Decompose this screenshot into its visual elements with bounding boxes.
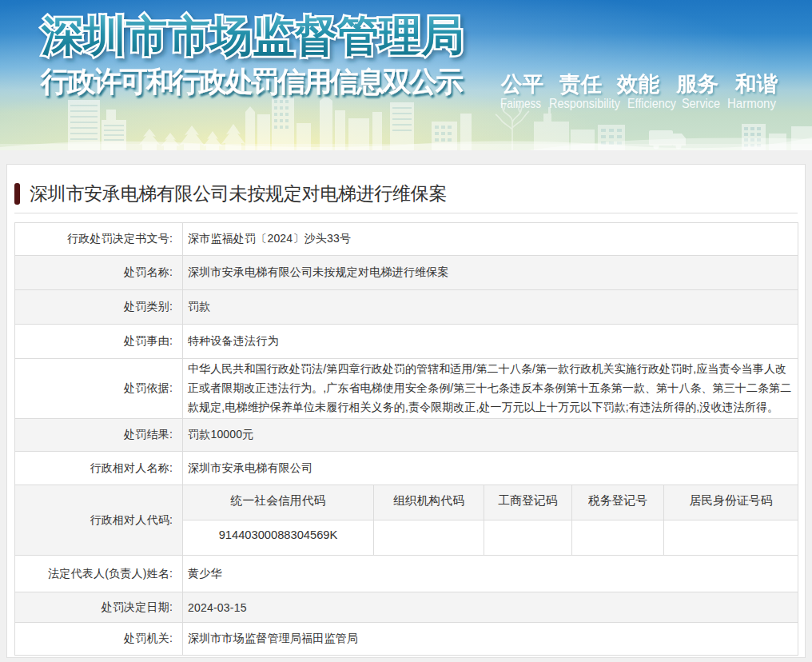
svg-text:Service: Service [682, 96, 720, 111]
svg-text:责任: 责任 [559, 72, 603, 96]
svg-text:Efficiency: Efficiency [627, 96, 676, 111]
svg-text:深圳市市场监督管理局: 深圳市市场监督管理局 [41, 12, 464, 59]
svg-text:效能: 效能 [616, 72, 660, 96]
svg-text:Responsibility: Responsibility [549, 96, 620, 111]
svg-text:公平: 公平 [500, 72, 544, 96]
svg-text:行政许可和行政处罚信用信息双公示: 行政许可和行政处罚信用信息双公示 [39, 66, 464, 97]
svg-text:Harmony: Harmony [727, 96, 776, 111]
svg-text:Faimess: Faimess [500, 96, 541, 111]
svg-text:服务: 服务 [675, 72, 719, 96]
svg-text:和谐: 和谐 [734, 72, 778, 96]
